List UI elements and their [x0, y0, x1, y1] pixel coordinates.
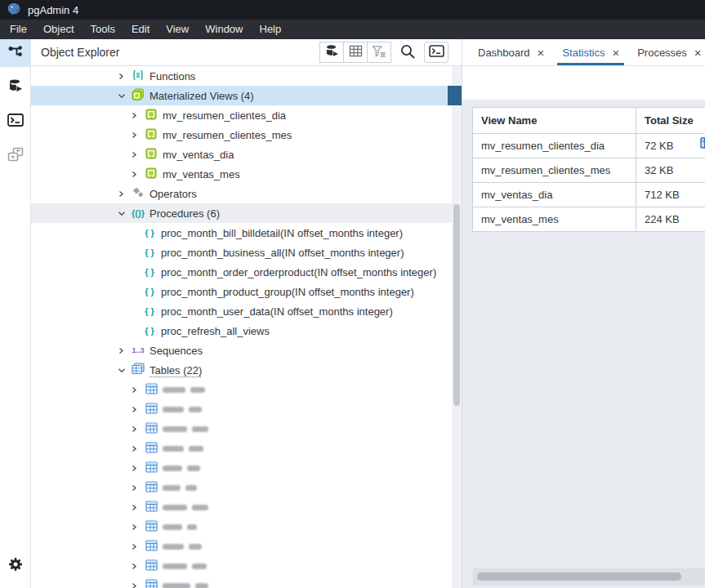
tree-item-redacted[interactable]	[31, 419, 452, 439]
chevron-collapsed-icon[interactable]	[131, 465, 144, 472]
chevron-collapsed-icon[interactable]	[131, 484, 144, 492]
tab-close-icon[interactable]: ×	[612, 47, 619, 59]
chevron-expanded-icon[interactable]	[118, 92, 131, 100]
chevron-expanded-icon[interactable]	[118, 367, 131, 374]
materialized-view-icon	[144, 148, 158, 162]
toolbar-button-search-objects[interactable]	[395, 42, 420, 63]
query-tool-db-icon	[325, 44, 339, 60]
tree-item-label: proc_month_product_group(IN offset_month…	[161, 286, 414, 298]
tree-item-label: Functions	[149, 70, 195, 82]
toolbar-button-psql-terminal[interactable]	[424, 42, 448, 63]
chevron-collapsed-icon[interactable]	[131, 504, 144, 511]
tree-scrollbar[interactable]	[452, 66, 462, 588]
procedure-icon: { }	[145, 306, 154, 316]
chevron-collapsed-icon[interactable]	[118, 190, 131, 198]
menu-item-edit[interactable]: Edit	[123, 20, 158, 39]
tree-item-redacted[interactable]	[31, 458, 452, 478]
tree-item-redacted[interactable]	[31, 380, 452, 399]
menu-item-file[interactable]: File	[2, 20, 35, 39]
tree-item-redacted[interactable]	[31, 556, 452, 576]
chevron-collapsed-icon[interactable]	[118, 73, 131, 80]
menu-item-tools[interactable]: Tools	[83, 20, 123, 39]
procedure-icon: { }	[142, 267, 157, 277]
table-icon	[144, 403, 158, 416]
tree-item-materialized-views[interactable]: Materialized Views (4)	[31, 86, 452, 105]
chevron-collapsed-icon[interactable]	[131, 425, 144, 433]
tree-item-proc-month-product-group[interactable]: { }proc_month_product_group(IN offset_mo…	[31, 282, 452, 301]
toolbar-button-filtered-rows[interactable]	[367, 42, 391, 63]
activity-button-query-tool[interactable]	[0, 74, 31, 101]
tree-item-redacted[interactable]	[31, 478, 452, 497]
tree-item-proc-month-business-all[interactable]: { }proc_month_business_all(IN offset_mon…	[31, 243, 452, 262]
redacted-label-blob	[163, 387, 185, 393]
chevron-collapsed-icon[interactable]	[131, 563, 144, 570]
menu-item-view[interactable]: View	[158, 20, 197, 39]
materialized-view-icon	[145, 128, 157, 142]
tab-close-icon[interactable]: ×	[538, 47, 545, 59]
menu-item-help[interactable]: Help	[252, 20, 290, 39]
toolbar-button-query-tool-db[interactable]	[319, 42, 344, 63]
redacted-label-blob	[163, 466, 182, 471]
chevron-collapsed-icon[interactable]	[131, 445, 144, 452]
tree-item-operators[interactable]: Operators	[31, 184, 452, 203]
tree-item-redacted[interactable]	[31, 497, 452, 517]
tab-close-icon[interactable]: ×	[694, 47, 702, 59]
materialized-view-icon	[145, 167, 157, 181]
tree-item-proc-refresh-all-views[interactable]: { }proc_refresh_all_views	[31, 321, 452, 341]
stats-hscrollbar[interactable]	[473, 568, 705, 585]
tree-item-mv-resumen-clientes-mes[interactable]: mv_resumen_clientes_mes	[31, 125, 452, 145]
tree-item-mv-resumen-clientes-dia[interactable]: mv_resumen_clientes_dia	[31, 105, 452, 125]
menu-item-object[interactable]: Object	[35, 20, 83, 39]
menu-item-window[interactable]: Window	[197, 20, 251, 39]
chevron-collapsed-icon[interactable]	[131, 171, 144, 178]
tree-item-redacted[interactable]	[31, 517, 452, 537]
tree-item-label: mv_ventas_mes	[163, 168, 240, 180]
chevron-collapsed-icon[interactable]	[131, 406, 144, 413]
tree-item-mv-ventas-mes[interactable]: mv_ventas_mes	[31, 164, 452, 184]
tree-item-redacted[interactable]	[31, 399, 452, 419]
chevron-collapsed-icon[interactable]	[131, 386, 144, 394]
chevron-collapsed-icon[interactable]	[131, 112, 144, 119]
chevron-expanded-icon[interactable]	[118, 210, 131, 217]
tree-item-functions[interactable]: Functions	[31, 66, 452, 86]
chevron-collapsed-icon[interactable]	[118, 347, 131, 354]
chevron-collapsed-icon[interactable]	[131, 582, 144, 588]
chevron-collapsed-icon[interactable]	[131, 131, 144, 139]
tree-item-redacted[interactable]	[31, 576, 452, 588]
materialized-view-icon	[144, 109, 158, 122]
table-icon	[144, 442, 158, 456]
tab-dashboard[interactable]: Dashboard×	[469, 39, 553, 65]
tree-scrollbar-thumb[interactable]	[453, 204, 460, 406]
total-size-cell: 32 KB	[636, 158, 705, 183]
tree-item-label: proc_month_business_all(IN offset_months…	[161, 247, 404, 259]
tree-item-proc-month-user-data[interactable]: { }proc_month_user_data(IN offset_months…	[31, 301, 452, 321]
tab-processes[interactable]: Processes×	[628, 39, 705, 65]
tree-item-mv-ventas-dia[interactable]: mv_ventas_dia	[31, 145, 452, 164]
tree-item-proc-month-order-orderproduct[interactable]: { }proc_month_order_orderproduct(IN offs…	[31, 262, 452, 282]
chevron-collapsed-icon[interactable]	[131, 543, 144, 550]
table-icon	[144, 579, 158, 588]
tab-statistics[interactable]: Statistics×	[553, 39, 628, 65]
tree-item-proc-month-bill-billdetail[interactable]: { }proc_month_bill_billdetail(IN offset_…	[31, 223, 452, 243]
table-icon	[145, 559, 158, 573]
chevron-collapsed-icon[interactable]	[131, 151, 144, 158]
stats-hscrollbar-thumb[interactable]	[477, 572, 681, 581]
window-title: pgAdmin 4	[28, 4, 78, 16]
procedure-icon: { }	[142, 326, 157, 336]
activity-button-psql-tool[interactable]	[0, 108, 31, 136]
toolbar-button-view-data-grid[interactable]	[343, 42, 368, 63]
tree-item-tables[interactable]: Tables (22)	[31, 360, 452, 380]
pgadmin-logo-icon	[7, 2, 21, 18]
stats-row: mv_resumen_clientes_mes32 KB	[473, 158, 705, 183]
stats-row: mv_ventas_dia712 KB	[473, 183, 705, 207]
activity-button-schema-diff[interactable]	[0, 142, 31, 170]
tree-item-redacted[interactable]	[31, 439, 452, 458]
activity-button-settings-gear[interactable]	[0, 552, 31, 580]
tree-item-procedures[interactable]: {()}Procedures (6)	[31, 203, 452, 223]
chevron-collapsed-icon[interactable]	[131, 523, 144, 531]
tree-item-redacted[interactable]	[31, 537, 452, 556]
tree-item-sequences[interactable]: 1..3Sequences	[31, 341, 452, 360]
total-size-cell: 712 KB	[636, 183, 705, 207]
table-icon	[144, 559, 158, 573]
activity-button-object-explorer[interactable]	[0, 39, 31, 67]
